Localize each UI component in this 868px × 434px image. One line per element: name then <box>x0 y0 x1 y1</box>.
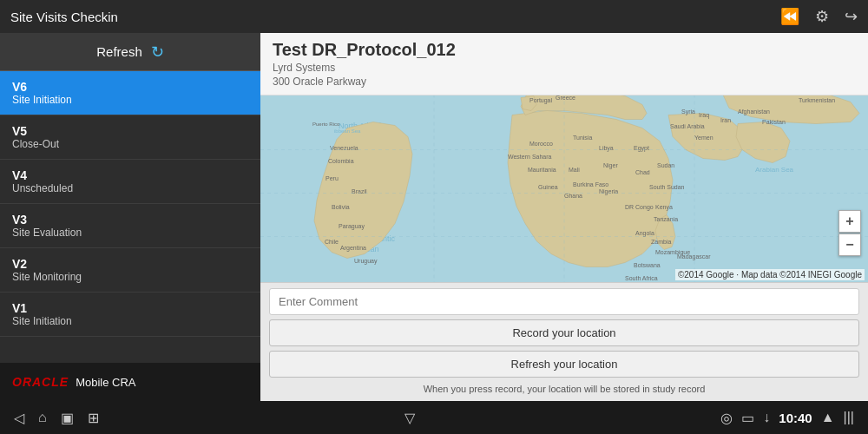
mobile-cra-label: Mobile CRA <box>76 376 135 389</box>
item-name-v2: Site Monitoring <box>12 271 248 283</box>
svg-text:DR Congo: DR Congo <box>625 204 654 211</box>
protocol-company: Lyrd Systems <box>273 62 856 74</box>
app-title: Site Visits Checkin <box>10 10 118 24</box>
svg-text:Chad: Chad <box>635 169 650 175</box>
map-copyright: ©2014 Google · Map data ©2014 INEGI Goog… <box>675 269 865 280</box>
system-bar-center: ▽ <box>404 410 415 426</box>
svg-text:Yemen: Yemen <box>694 135 713 141</box>
android-home-icon[interactable]: ⌂ <box>38 410 47 425</box>
refresh-location-button[interactable]: Refresh your location <box>269 351 859 378</box>
zoom-out-button[interactable]: − <box>838 233 861 256</box>
sidebar-item-v6[interactable]: V6 Site Initiation <box>0 71 260 115</box>
signal-icon: ||| <box>844 410 854 425</box>
android-screenshot-icon[interactable]: ⊞ <box>88 410 99 426</box>
oracle-logo-text: ORACLE <box>12 375 69 389</box>
tablet-icon: ▭ <box>741 410 754 426</box>
refresh-icon: ↻ <box>151 43 164 62</box>
svg-text:Kenya: Kenya <box>655 204 673 211</box>
svg-text:Tanzania: Tanzania <box>654 216 678 222</box>
item-name-v6: Site Initiation <box>12 94 248 106</box>
item-code-v2: V2 <box>12 257 248 271</box>
system-bar-right: ◎ ▭ ↓ 10:40 ▲ ||| <box>720 410 854 426</box>
sidebar-item-v5[interactable]: V5 Close-Out <box>0 115 260 160</box>
svg-text:Madagascar: Madagascar <box>677 253 711 260</box>
svg-text:ibbean Sea: ibbean Sea <box>334 128 361 134</box>
svg-text:Egypt: Egypt <box>634 145 649 152</box>
svg-text:Paraguay: Paraguay <box>339 223 365 230</box>
sidebar-item-v4[interactable]: V4 Unscheduled <box>0 160 260 204</box>
svg-text:Greece: Greece <box>556 95 575 101</box>
svg-text:Nigeria: Nigeria <box>599 188 618 195</box>
svg-text:Iraq: Iraq <box>699 112 709 119</box>
map-zoom-controls: + − <box>838 210 861 256</box>
svg-text:Morocco: Morocco <box>529 141 553 147</box>
item-code-v6: V6 <box>12 80 248 94</box>
svg-text:Guinea: Guinea <box>538 184 558 190</box>
svg-text:Portugal: Portugal <box>529 97 553 104</box>
svg-text:Botswana: Botswana <box>634 262 661 268</box>
protocol-title: Test DR_Protocol_012 <box>273 40 856 60</box>
download-icon: ↓ <box>763 410 770 425</box>
system-bar: ◁ ⌂ ▣ ⊞ ▽ ◎ ▭ ↓ 10:40 ▲ ||| <box>0 401 868 434</box>
record-location-button[interactable]: Record your location <box>269 319 859 346</box>
right-panel: Test DR_Protocol_012 Lyrd Systems 300 Or… <box>260 33 868 401</box>
system-clock: 10:40 <box>779 411 812 425</box>
svg-text:Pakistan: Pakistan <box>762 119 786 125</box>
svg-text:Arabian Sea: Arabian Sea <box>755 166 794 174</box>
sidebar-item-v2[interactable]: V2 Site Monitoring <box>0 248 260 293</box>
item-code-v5: V5 <box>12 124 248 138</box>
location-icon: ◎ <box>720 410 733 426</box>
svg-text:Western Sahara: Western Sahara <box>508 154 552 160</box>
sidebar-items-list: V6 Site Initiation V5 Close-Out V4 Unsch… <box>0 71 260 363</box>
item-name-v1: Site Initiation <box>12 315 248 327</box>
zoom-in-button[interactable]: + <box>838 210 861 233</box>
comment-input[interactable] <box>269 288 859 315</box>
settings-icon[interactable]: ⚙ <box>815 7 829 26</box>
oracle-logo-bar: ORACLE Mobile CRA <box>0 363 260 401</box>
svg-text:Peru: Peru <box>326 175 339 181</box>
sidebar-item-v3[interactable]: V3 Site Evaluation <box>0 204 260 248</box>
protocol-header: Test DR_Protocol_012 Lyrd Systems 300 Or… <box>260 33 868 95</box>
map-container[interactable]: North Atlantic Ocean South Atlantic Ocea… <box>260 95 868 282</box>
refresh-label: Refresh <box>96 44 142 59</box>
svg-text:Uruguay: Uruguay <box>354 258 378 265</box>
item-code-v1: V1 <box>12 301 248 315</box>
system-bar-left: ◁ ⌂ ▣ ⊞ <box>14 410 99 426</box>
android-nav-icon: ▽ <box>404 410 415 426</box>
protocol-address: 300 Oracle Parkway <box>273 76 856 88</box>
svg-text:Afghanistan: Afghanistan <box>738 108 770 115</box>
svg-text:Saudi Arabia: Saudi Arabia <box>670 123 705 129</box>
item-name-v5: Close-Out <box>12 138 248 150</box>
svg-text:Burkina Faso: Burkina Faso <box>573 181 608 187</box>
title-bar: Site Visits Checkin ⏪ ⚙ ↪ <box>0 0 868 33</box>
svg-text:Puerto Rico: Puerto Rico <box>312 122 340 127</box>
svg-text:South Africa: South Africa <box>625 275 658 281</box>
sidebar-item-v1[interactable]: V1 Site Initiation <box>0 293 260 337</box>
svg-text:Turkmenistan: Turkmenistan <box>799 97 835 103</box>
svg-text:Sudan: Sudan <box>657 162 674 168</box>
svg-text:Argentina: Argentina <box>340 245 366 252</box>
svg-text:Iran: Iran <box>720 117 731 123</box>
hint-text: When you press record, your location wil… <box>269 382 859 396</box>
item-name-v4: Unscheduled <box>12 182 248 194</box>
svg-text:Zambia: Zambia <box>651 239 671 245</box>
sidebar: Refresh ↻ V6 Site Initiation V5 Close-Ou… <box>0 33 260 401</box>
logout-icon[interactable]: ↪ <box>845 7 858 26</box>
android-back-icon[interactable]: ◁ <box>14 410 24 426</box>
svg-text:Mali: Mali <box>569 167 580 173</box>
svg-text:South Sudan: South Sudan <box>649 184 685 190</box>
svg-text:Angola: Angola <box>635 230 654 237</box>
svg-text:Colombia: Colombia <box>328 158 354 164</box>
item-code-v3: V3 <box>12 213 248 227</box>
refresh-bar[interactable]: Refresh ↻ <box>0 33 260 71</box>
svg-text:Bolivia: Bolivia <box>332 204 350 210</box>
main-content: Refresh ↻ V6 Site Initiation V5 Close-Ou… <box>0 33 868 401</box>
back-circle-icon[interactable]: ⏪ <box>780 7 799 26</box>
android-recent-icon[interactable]: ▣ <box>61 410 74 426</box>
svg-text:Chile: Chile <box>325 239 339 245</box>
svg-text:Mauritania: Mauritania <box>528 167 556 173</box>
svg-text:Niger: Niger <box>603 162 618 169</box>
svg-text:Syria: Syria <box>681 108 695 115</box>
title-bar-actions: ⏪ ⚙ ↪ <box>780 7 858 26</box>
svg-text:Libya: Libya <box>599 145 614 152</box>
